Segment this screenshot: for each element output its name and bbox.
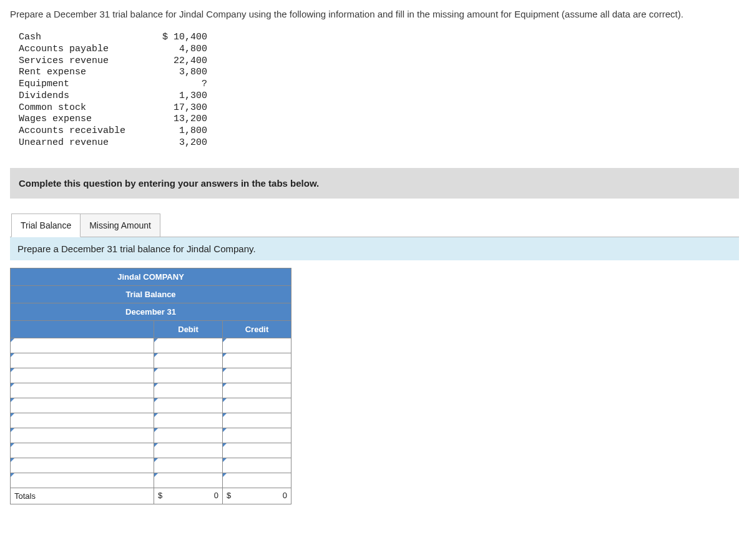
credit-cell[interactable]	[223, 368, 291, 383]
credit-cell[interactable]	[223, 338, 291, 353]
tab-trial-balance[interactable]: Trial Balance	[11, 214, 81, 238]
debit-input[interactable]	[154, 443, 222, 458]
table-row	[11, 428, 291, 443]
trial-balance-worksheet: Jindal COMPANY Trial Balance December 31…	[10, 268, 291, 504]
account-label: Dividends	[16, 91, 141, 102]
question-text: Prepare a December 31 trial balance for …	[10, 7, 739, 21]
credit-input[interactable]	[223, 413, 291, 428]
account-value: 1,800	[141, 125, 210, 137]
debit-input[interactable]	[154, 458, 222, 473]
account-input[interactable]	[11, 413, 154, 428]
account-input[interactable]	[11, 473, 154, 488]
credit-input[interactable]	[223, 398, 291, 413]
account-data-table: Cash$ 10,400Accounts payable4,800Service…	[16, 32, 210, 149]
credit-input[interactable]	[223, 458, 291, 473]
credit-total-value: 0	[283, 491, 287, 500]
account-value: 3,200	[141, 137, 210, 149]
account-row: Accounts receivable1,800	[16, 125, 210, 137]
debit-input[interactable]	[154, 353, 222, 368]
account-input[interactable]	[11, 368, 154, 383]
table-row	[11, 338, 291, 353]
account-row: Wages expense13,200	[16, 114, 210, 125]
account-input[interactable]	[11, 443, 154, 458]
credit-input[interactable]	[223, 353, 291, 368]
account-cell[interactable]	[11, 353, 154, 368]
account-input[interactable]	[11, 428, 154, 443]
account-row: Common stock17,300	[16, 102, 210, 114]
account-input[interactable]	[11, 458, 154, 473]
credit-input[interactable]	[223, 473, 291, 488]
account-cell[interactable]	[11, 458, 154, 473]
table-row	[11, 398, 291, 413]
account-cell[interactable]	[11, 428, 154, 443]
currency-symbol: $	[158, 491, 162, 500]
debit-cell[interactable]	[154, 338, 223, 353]
credit-cell[interactable]	[223, 428, 291, 443]
account-cell[interactable]	[11, 473, 154, 488]
account-label: Wages expense	[16, 114, 141, 125]
account-cell[interactable]	[11, 368, 154, 383]
credit-cell[interactable]	[223, 443, 291, 458]
account-label: Unearned revenue	[16, 137, 141, 149]
credit-cell[interactable]	[223, 413, 291, 428]
table-row	[11, 368, 291, 383]
account-cell[interactable]	[11, 338, 154, 353]
credit-input[interactable]	[223, 368, 291, 383]
worksheet-company: Jindal COMPANY	[11, 268, 291, 286]
account-label: Accounts receivable	[16, 125, 141, 137]
account-value: $ 10,400	[141, 32, 210, 44]
instruction-bar: Complete this question by entering your …	[10, 168, 739, 199]
credit-cell[interactable]	[223, 353, 291, 368]
totals-row: Totals $ 0 $ 0	[11, 488, 291, 504]
account-label: Accounts payable	[16, 44, 141, 56]
account-value: 4,800	[141, 44, 210, 56]
credit-cell[interactable]	[223, 458, 291, 473]
debit-input[interactable]	[154, 428, 222, 443]
debit-input[interactable]	[154, 338, 222, 353]
debit-cell[interactable]	[154, 428, 223, 443]
tabs: Trial Balance Missing Amount	[11, 214, 739, 238]
account-row: Rent expense3,800	[16, 67, 210, 79]
account-cell[interactable]	[11, 413, 154, 428]
worksheet-date: December 31	[11, 303, 291, 321]
account-value: 3,800	[141, 67, 210, 79]
debit-input[interactable]	[154, 398, 222, 413]
account-input[interactable]	[11, 353, 154, 368]
debit-cell[interactable]	[154, 458, 223, 473]
credit-cell[interactable]	[223, 398, 291, 413]
account-input[interactable]	[11, 398, 154, 413]
credit-cell[interactable]	[223, 473, 291, 488]
totals-credit: $ 0	[223, 488, 291, 504]
account-input[interactable]	[11, 383, 154, 398]
credit-input[interactable]	[223, 338, 291, 353]
debit-cell[interactable]	[154, 443, 223, 458]
credit-input[interactable]	[223, 383, 291, 398]
account-cell[interactable]	[11, 383, 154, 398]
debit-input[interactable]	[154, 473, 222, 488]
credit-input[interactable]	[223, 428, 291, 443]
account-cell[interactable]	[11, 398, 154, 413]
col-account-blank	[11, 321, 154, 338]
debit-input[interactable]	[154, 383, 222, 398]
debit-cell[interactable]	[154, 473, 223, 488]
account-cell[interactable]	[11, 443, 154, 458]
debit-input[interactable]	[154, 413, 222, 428]
account-label: Services revenue	[16, 56, 141, 67]
credit-input[interactable]	[223, 443, 291, 458]
debit-cell[interactable]	[154, 383, 223, 398]
account-row: Unearned revenue3,200	[16, 137, 210, 149]
debit-cell[interactable]	[154, 353, 223, 368]
table-row	[11, 473, 291, 488]
credit-cell[interactable]	[223, 383, 291, 398]
tab-missing-amount[interactable]: Missing Amount	[80, 214, 160, 238]
account-row: Cash$ 10,400	[16, 32, 210, 44]
col-debit: Debit	[154, 321, 223, 338]
debit-cell[interactable]	[154, 368, 223, 383]
debit-cell[interactable]	[154, 398, 223, 413]
account-label: Cash	[16, 32, 141, 44]
sub-instruction: Prepare a December 31 trial balance for …	[10, 237, 739, 260]
debit-input[interactable]	[154, 368, 222, 383]
account-value: ?	[141, 79, 210, 91]
account-input[interactable]	[11, 338, 154, 353]
debit-cell[interactable]	[154, 413, 223, 428]
